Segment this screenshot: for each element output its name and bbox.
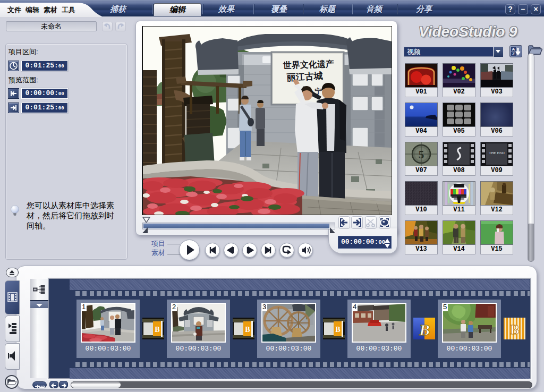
svg-text:THE END: THE END	[489, 151, 505, 155]
svg-text:世界文化遗产: 世界文化遗产	[283, 58, 335, 70]
svg-text:5: 5	[419, 148, 424, 161]
svg-text:A: A	[512, 47, 515, 52]
svg-text:B: B	[510, 322, 519, 337]
svg-text:B: B	[245, 326, 250, 334]
svg-text:B: B	[419, 321, 430, 338]
svg-text:B: B	[155, 326, 159, 334]
svg-text:Z: Z	[512, 52, 515, 56]
svg-text:丽江古城: 丽江古城	[286, 71, 323, 83]
svg-text:B: B	[335, 326, 340, 334]
